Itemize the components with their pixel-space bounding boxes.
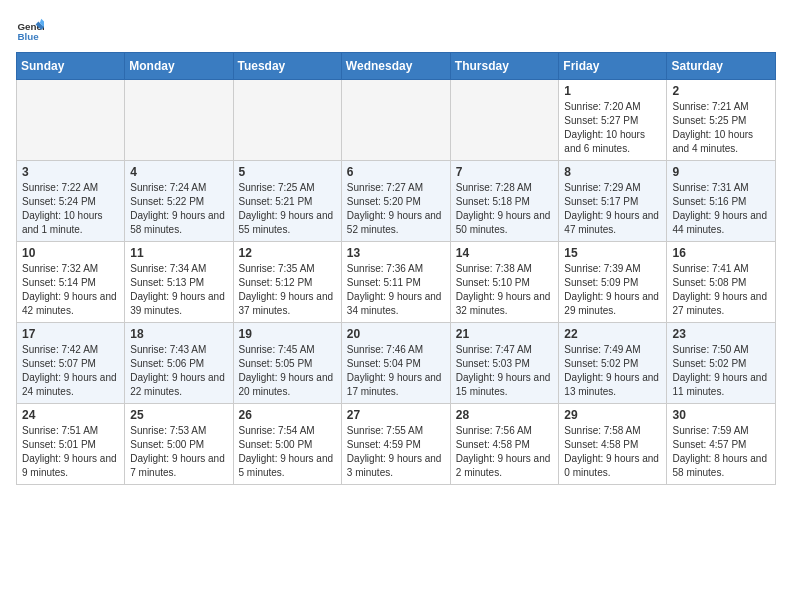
day-number: 5 (239, 165, 336, 179)
day-info: Sunrise: 7:27 AM Sunset: 5:20 PM Dayligh… (347, 181, 445, 237)
calendar-cell: 14Sunrise: 7:38 AM Sunset: 5:10 PM Dayli… (450, 242, 559, 323)
calendar-cell (233, 80, 341, 161)
weekday-header-sunday: Sunday (17, 53, 125, 80)
day-info: Sunrise: 7:49 AM Sunset: 5:02 PM Dayligh… (564, 343, 661, 399)
calendar-cell: 9Sunrise: 7:31 AM Sunset: 5:16 PM Daylig… (667, 161, 776, 242)
day-number: 4 (130, 165, 227, 179)
day-number: 15 (564, 246, 661, 260)
day-info: Sunrise: 7:28 AM Sunset: 5:18 PM Dayligh… (456, 181, 554, 237)
calendar-cell (450, 80, 559, 161)
day-number: 23 (672, 327, 770, 341)
weekday-header-wednesday: Wednesday (341, 53, 450, 80)
calendar-cell (17, 80, 125, 161)
day-number: 6 (347, 165, 445, 179)
day-info: Sunrise: 7:22 AM Sunset: 5:24 PM Dayligh… (22, 181, 119, 237)
calendar-cell: 2Sunrise: 7:21 AM Sunset: 5:25 PM Daylig… (667, 80, 776, 161)
day-number: 2 (672, 84, 770, 98)
day-info: Sunrise: 7:55 AM Sunset: 4:59 PM Dayligh… (347, 424, 445, 480)
calendar-cell: 10Sunrise: 7:32 AM Sunset: 5:14 PM Dayli… (17, 242, 125, 323)
day-info: Sunrise: 7:25 AM Sunset: 5:21 PM Dayligh… (239, 181, 336, 237)
calendar-cell: 16Sunrise: 7:41 AM Sunset: 5:08 PM Dayli… (667, 242, 776, 323)
day-info: Sunrise: 7:35 AM Sunset: 5:12 PM Dayligh… (239, 262, 336, 318)
day-number: 13 (347, 246, 445, 260)
day-info: Sunrise: 7:29 AM Sunset: 5:17 PM Dayligh… (564, 181, 661, 237)
calendar-cell: 11Sunrise: 7:34 AM Sunset: 5:13 PM Dayli… (125, 242, 233, 323)
calendar-cell (341, 80, 450, 161)
calendar-cell: 8Sunrise: 7:29 AM Sunset: 5:17 PM Daylig… (559, 161, 667, 242)
day-info: Sunrise: 7:36 AM Sunset: 5:11 PM Dayligh… (347, 262, 445, 318)
calendar-cell: 27Sunrise: 7:55 AM Sunset: 4:59 PM Dayli… (341, 404, 450, 485)
day-number: 17 (22, 327, 119, 341)
day-number: 1 (564, 84, 661, 98)
calendar-cell: 28Sunrise: 7:56 AM Sunset: 4:58 PM Dayli… (450, 404, 559, 485)
calendar-cell (125, 80, 233, 161)
calendar-cell: 29Sunrise: 7:58 AM Sunset: 4:58 PM Dayli… (559, 404, 667, 485)
day-info: Sunrise: 7:50 AM Sunset: 5:02 PM Dayligh… (672, 343, 770, 399)
day-info: Sunrise: 7:31 AM Sunset: 5:16 PM Dayligh… (672, 181, 770, 237)
day-info: Sunrise: 7:51 AM Sunset: 5:01 PM Dayligh… (22, 424, 119, 480)
day-info: Sunrise: 7:58 AM Sunset: 4:58 PM Dayligh… (564, 424, 661, 480)
calendar-cell: 24Sunrise: 7:51 AM Sunset: 5:01 PM Dayli… (17, 404, 125, 485)
day-info: Sunrise: 7:24 AM Sunset: 5:22 PM Dayligh… (130, 181, 227, 237)
day-number: 30 (672, 408, 770, 422)
day-number: 7 (456, 165, 554, 179)
calendar-header: SundayMondayTuesdayWednesdayThursdayFrid… (17, 53, 776, 80)
calendar-cell: 20Sunrise: 7:46 AM Sunset: 5:04 PM Dayli… (341, 323, 450, 404)
day-info: Sunrise: 7:34 AM Sunset: 5:13 PM Dayligh… (130, 262, 227, 318)
day-number: 21 (456, 327, 554, 341)
day-number: 29 (564, 408, 661, 422)
day-info: Sunrise: 7:56 AM Sunset: 4:58 PM Dayligh… (456, 424, 554, 480)
calendar-cell: 7Sunrise: 7:28 AM Sunset: 5:18 PM Daylig… (450, 161, 559, 242)
logo-icon: General Blue (16, 16, 44, 44)
day-number: 11 (130, 246, 227, 260)
calendar-cell: 18Sunrise: 7:43 AM Sunset: 5:06 PM Dayli… (125, 323, 233, 404)
day-info: Sunrise: 7:59 AM Sunset: 4:57 PM Dayligh… (672, 424, 770, 480)
day-info: Sunrise: 7:39 AM Sunset: 5:09 PM Dayligh… (564, 262, 661, 318)
calendar-cell: 6Sunrise: 7:27 AM Sunset: 5:20 PM Daylig… (341, 161, 450, 242)
day-number: 14 (456, 246, 554, 260)
day-number: 19 (239, 327, 336, 341)
day-info: Sunrise: 7:54 AM Sunset: 5:00 PM Dayligh… (239, 424, 336, 480)
day-number: 26 (239, 408, 336, 422)
svg-text:Blue: Blue (17, 31, 39, 42)
day-info: Sunrise: 7:41 AM Sunset: 5:08 PM Dayligh… (672, 262, 770, 318)
weekday-header-thursday: Thursday (450, 53, 559, 80)
calendar-cell: 21Sunrise: 7:47 AM Sunset: 5:03 PM Dayli… (450, 323, 559, 404)
day-number: 10 (22, 246, 119, 260)
calendar-cell: 13Sunrise: 7:36 AM Sunset: 5:11 PM Dayli… (341, 242, 450, 323)
calendar-cell: 26Sunrise: 7:54 AM Sunset: 5:00 PM Dayli… (233, 404, 341, 485)
day-number: 24 (22, 408, 119, 422)
day-info: Sunrise: 7:21 AM Sunset: 5:25 PM Dayligh… (672, 100, 770, 156)
day-info: Sunrise: 7:42 AM Sunset: 5:07 PM Dayligh… (22, 343, 119, 399)
day-number: 8 (564, 165, 661, 179)
calendar-table: SundayMondayTuesdayWednesdayThursdayFrid… (16, 52, 776, 485)
calendar-cell: 3Sunrise: 7:22 AM Sunset: 5:24 PM Daylig… (17, 161, 125, 242)
calendar-cell: 5Sunrise: 7:25 AM Sunset: 5:21 PM Daylig… (233, 161, 341, 242)
calendar-cell: 19Sunrise: 7:45 AM Sunset: 5:05 PM Dayli… (233, 323, 341, 404)
day-number: 22 (564, 327, 661, 341)
calendar-cell: 17Sunrise: 7:42 AM Sunset: 5:07 PM Dayli… (17, 323, 125, 404)
weekday-header-friday: Friday (559, 53, 667, 80)
day-info: Sunrise: 7:47 AM Sunset: 5:03 PM Dayligh… (456, 343, 554, 399)
day-number: 25 (130, 408, 227, 422)
calendar-cell: 1Sunrise: 7:20 AM Sunset: 5:27 PM Daylig… (559, 80, 667, 161)
day-number: 12 (239, 246, 336, 260)
day-info: Sunrise: 7:53 AM Sunset: 5:00 PM Dayligh… (130, 424, 227, 480)
page-header: General Blue (16, 16, 776, 44)
day-number: 16 (672, 246, 770, 260)
calendar-cell: 30Sunrise: 7:59 AM Sunset: 4:57 PM Dayli… (667, 404, 776, 485)
calendar-cell: 23Sunrise: 7:50 AM Sunset: 5:02 PM Dayli… (667, 323, 776, 404)
weekday-header-saturday: Saturday (667, 53, 776, 80)
logo: General Blue (16, 16, 48, 44)
day-info: Sunrise: 7:45 AM Sunset: 5:05 PM Dayligh… (239, 343, 336, 399)
weekday-header-tuesday: Tuesday (233, 53, 341, 80)
day-number: 27 (347, 408, 445, 422)
calendar-cell: 12Sunrise: 7:35 AM Sunset: 5:12 PM Dayli… (233, 242, 341, 323)
day-info: Sunrise: 7:20 AM Sunset: 5:27 PM Dayligh… (564, 100, 661, 156)
day-number: 28 (456, 408, 554, 422)
day-number: 20 (347, 327, 445, 341)
calendar-cell: 15Sunrise: 7:39 AM Sunset: 5:09 PM Dayli… (559, 242, 667, 323)
calendar-cell: 22Sunrise: 7:49 AM Sunset: 5:02 PM Dayli… (559, 323, 667, 404)
day-number: 3 (22, 165, 119, 179)
day-info: Sunrise: 7:38 AM Sunset: 5:10 PM Dayligh… (456, 262, 554, 318)
